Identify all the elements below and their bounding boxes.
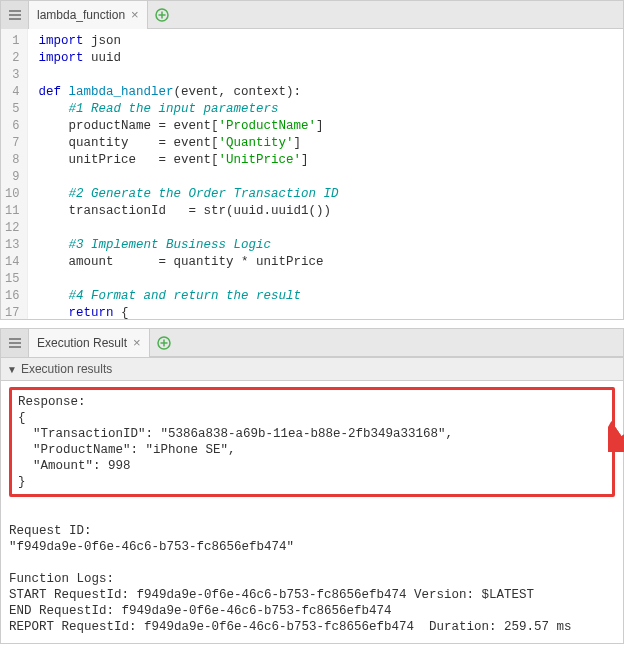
svg-rect-1 (9, 14, 21, 16)
menu-icon[interactable] (1, 1, 29, 29)
results-body: Response: { "TransactionID": "5386a838-a… (1, 381, 623, 643)
svg-rect-2 (9, 18, 21, 20)
arrow-annotation-icon (608, 380, 624, 484)
menu-icon[interactable] (1, 329, 29, 357)
results-header-label: Execution results (21, 362, 112, 376)
svg-line-13 (616, 417, 624, 442)
tab-lambda-function[interactable]: lambda_function × (29, 1, 148, 29)
close-icon[interactable]: × (133, 335, 141, 350)
svg-rect-6 (9, 338, 21, 340)
editor-tab-bar: lambda_function × (1, 1, 623, 29)
collapse-triangle-icon: ▼ (7, 364, 17, 375)
plus-icon[interactable] (148, 8, 176, 22)
svg-rect-0 (9, 10, 21, 12)
tab-label: Execution Result (37, 336, 127, 350)
code-content[interactable]: import jsonimport uuid def lambda_handle… (28, 29, 338, 319)
plus-icon[interactable] (150, 336, 178, 350)
tab-execution-result[interactable]: Execution Result × (29, 329, 150, 357)
editor-panel: lambda_function × 1234567891011121314151… (0, 0, 624, 320)
results-tab-bar: Execution Result × (1, 329, 623, 357)
results-collapse-header[interactable]: ▼ Execution results (1, 357, 623, 381)
results-panel: Execution Result × ▼ Execution results R… (0, 328, 624, 644)
svg-rect-8 (9, 346, 21, 348)
tab-label: lambda_function (37, 8, 125, 22)
response-highlight-box: Response: { "TransactionID": "5386a838-a… (9, 387, 615, 497)
close-icon[interactable]: × (131, 7, 139, 22)
line-number-gutter: 1234567891011121314151617 (1, 29, 28, 319)
svg-rect-7 (9, 342, 21, 344)
code-editor[interactable]: 1234567891011121314151617 import jsonimp… (1, 29, 623, 319)
